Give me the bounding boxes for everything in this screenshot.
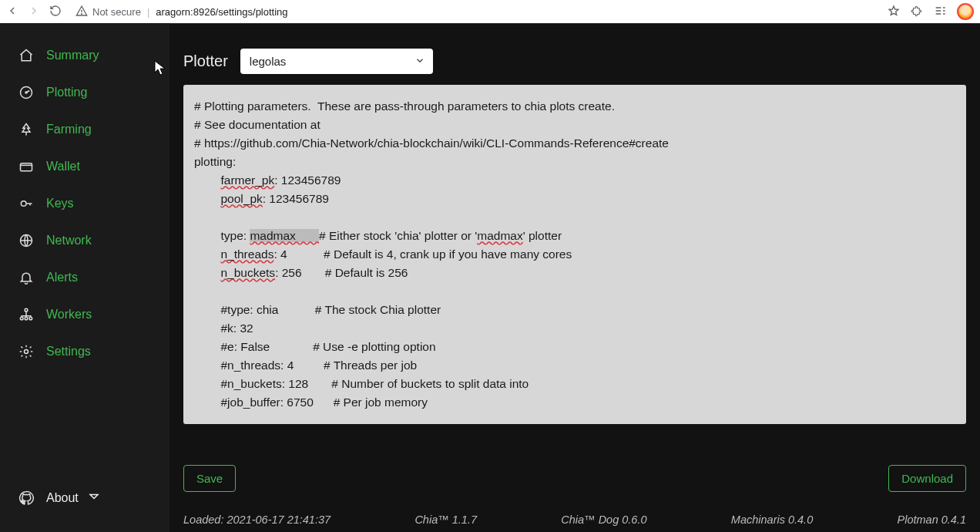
reading-list-icon[interactable] xyxy=(934,5,946,19)
status-loaded: Loaded: 2021-06-17 21:41:37 xyxy=(183,513,331,526)
sidebar-item-label: Plotting xyxy=(46,86,87,99)
globe-icon xyxy=(18,233,34,248)
sidebar-item-settings[interactable]: Settings xyxy=(0,333,169,370)
sidebar-item-label: About xyxy=(46,491,79,505)
status-chia-version: Chia™ 1.1.7 xyxy=(414,513,477,526)
sidebar-item-alerts[interactable]: Alerts xyxy=(0,259,169,296)
sidebar-item-label: Network xyxy=(46,234,92,247)
svg-rect-3 xyxy=(21,163,32,171)
sidebar-item-label: Summary xyxy=(46,49,99,62)
sidebar-item-label: Keys xyxy=(46,197,74,210)
svg-point-8 xyxy=(25,317,28,320)
status-bar: Loaded: 2021-06-17 21:41:37 Chia™ 1.1.7 … xyxy=(169,497,980,532)
sidebar-item-summary[interactable]: Summary xyxy=(0,37,169,74)
sidebar-item-network[interactable]: Network xyxy=(0,222,169,259)
profile-avatar[interactable] xyxy=(957,3,974,20)
plotter-select[interactable]: legolas xyxy=(240,49,433,74)
wallet-icon xyxy=(18,159,34,174)
sidebar-item-about[interactable]: About xyxy=(0,478,169,518)
save-button[interactable]: Save xyxy=(183,465,236,492)
download-button[interactable]: Download xyxy=(888,465,966,492)
svg-point-2 xyxy=(25,92,27,93)
address-bar[interactable]: Not secure | aragorn:8926/settings/plott… xyxy=(69,5,880,19)
chevron-down-icon xyxy=(86,489,102,507)
sidebar-item-label: Workers xyxy=(46,308,92,322)
sidebar-item-farming[interactable]: Farming xyxy=(0,111,169,148)
svg-point-9 xyxy=(29,317,32,320)
key-icon xyxy=(18,196,34,211)
sidebar-item-label: Alerts xyxy=(46,271,78,285)
svg-point-7 xyxy=(20,317,23,320)
tree-icon xyxy=(18,122,34,137)
plotter-row: Plotter legolas xyxy=(169,32,980,85)
gear-icon xyxy=(18,344,34,359)
url-text: aragorn:8926/settings/plotting xyxy=(156,6,287,18)
sidebar-item-label: Farming xyxy=(46,123,92,136)
security-status: Not secure xyxy=(92,6,141,18)
plotter-select-value: legolas xyxy=(250,55,287,68)
browser-chrome: Not secure | aragorn:8926/settings/plott… xyxy=(0,0,980,23)
forward-button[interactable] xyxy=(28,5,40,19)
warning-icon xyxy=(76,5,88,19)
sidebar-item-label: Wallet xyxy=(46,160,80,173)
hierarchy-icon xyxy=(18,307,34,322)
sidebar: Summary Plotting Farming Wallet Keys xyxy=(0,23,169,532)
gauge-icon xyxy=(18,85,34,100)
status-machinaris-version: Machinaris 0.4.0 xyxy=(731,513,813,526)
config-editor[interactable]: # Plotting parameters. These are pass-th… xyxy=(183,85,966,424)
svg-point-6 xyxy=(25,308,28,311)
back-button[interactable] xyxy=(6,5,18,19)
sidebar-item-plotting[interactable]: Plotting xyxy=(0,74,169,111)
status-plotman-version: Plotman 0.4.1 xyxy=(898,513,966,526)
bell-icon xyxy=(18,270,34,285)
plotter-label: Plotter xyxy=(183,52,228,70)
github-icon xyxy=(18,490,34,506)
svg-point-10 xyxy=(25,350,29,354)
reload-button[interactable] xyxy=(49,5,62,19)
sidebar-item-keys[interactable]: Keys xyxy=(0,185,169,222)
svg-point-0 xyxy=(82,13,82,14)
separator: | xyxy=(147,6,149,18)
svg-point-4 xyxy=(21,201,26,207)
status-chiadog-version: Chia™ Dog 0.6.0 xyxy=(561,513,646,526)
home-icon xyxy=(18,48,34,63)
star-icon[interactable] xyxy=(888,5,900,19)
chevron-down-icon xyxy=(414,55,425,68)
extensions-icon[interactable] xyxy=(911,5,923,19)
sidebar-item-workers[interactable]: Workers xyxy=(0,296,169,333)
sidebar-item-label: Settings xyxy=(46,345,91,359)
sidebar-item-wallet[interactable]: Wallet xyxy=(0,148,169,185)
